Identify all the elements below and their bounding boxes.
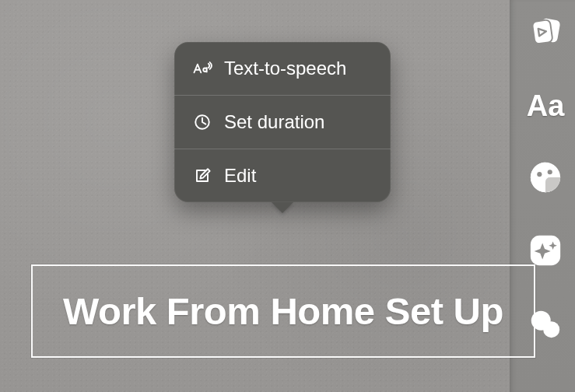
edit-icon [191, 165, 213, 187]
side-toolbar: Aa [524, 11, 567, 347]
shapes-overlap-icon [528, 306, 563, 345]
menu-item-text-to-speech[interactable]: Text-to-speech [174, 42, 391, 95]
templates-icon [528, 13, 563, 52]
svg-point-5 [548, 170, 552, 174]
text-button[interactable]: Aa [524, 84, 567, 128]
svg-point-4 [537, 172, 542, 177]
clock-icon [191, 111, 213, 133]
caption-text-box[interactable]: Work From Home Set Up [31, 264, 535, 358]
text-to-speech-icon [191, 58, 213, 79]
menu-item-label: Text-to-speech [224, 58, 346, 79]
menu-item-label: Set duration [224, 111, 324, 133]
sticker-face-icon [528, 159, 563, 198]
templates-button[interactable] [524, 11, 567, 54]
stickers-button[interactable] [524, 157, 567, 201]
menu-item-set-duration[interactable]: Set duration [174, 95, 391, 149]
caption-text: Work From Home Set Up [63, 289, 503, 333]
effects-button[interactable] [524, 230, 567, 274]
context-popover: Text-to-speech Set duration Edit [174, 42, 391, 202]
menu-item-label: Edit [224, 165, 256, 187]
sparkle-icon [528, 233, 563, 271]
svg-point-8 [543, 321, 559, 338]
menu-item-edit[interactable]: Edit [174, 149, 391, 202]
overlay-button[interactable] [524, 303, 567, 347]
editor-canvas: Work From Home Set Up Text-to-speech [0, 0, 575, 392]
text-icon: Aa [527, 91, 565, 121]
svg-rect-2 [532, 19, 553, 44]
